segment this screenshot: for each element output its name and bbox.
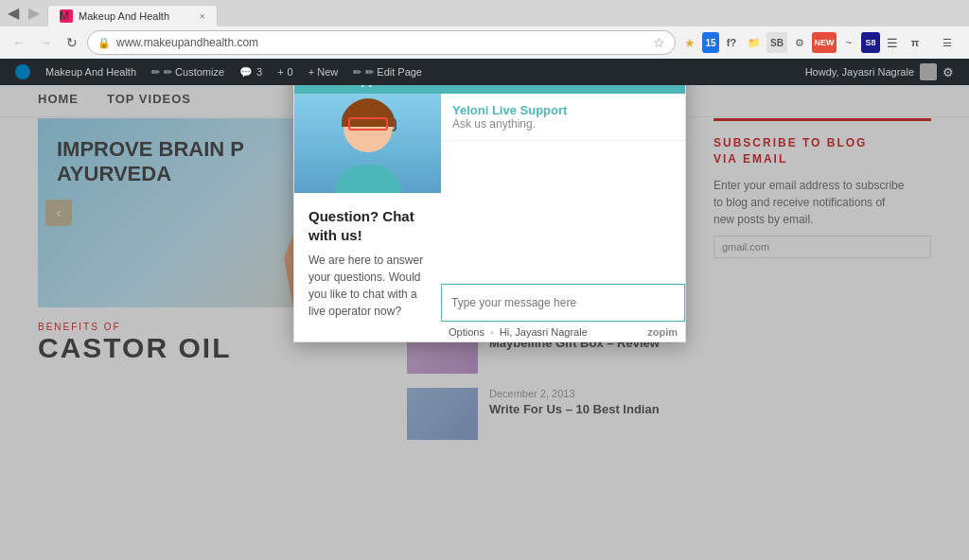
- wp-new[interactable]: + New: [301, 59, 346, 85]
- browser-nav-bar: ← → ↻ 🔒 www.makeupandhealth.com ☆ ★ 15 f…: [0, 26, 969, 59]
- hamburger-menu[interactable]: ☰: [937, 37, 958, 49]
- wp-customize[interactable]: ✏ ✏ Customize: [144, 59, 232, 85]
- chat-promo-text: We are here to answer your questions. Wo…: [308, 252, 427, 320]
- ext-btn-folder[interactable]: 📁: [744, 32, 765, 53]
- avatar-body: [335, 165, 401, 193]
- wp-new-count[interactable]: + 0: [270, 59, 301, 85]
- wp-logo-item[interactable]: [8, 59, 38, 85]
- chat-agent-info: Yeloni Live Support Ask us anything.: [441, 94, 685, 141]
- screen-options-icon[interactable]: ⚙: [943, 65, 954, 79]
- chat-agent-name: Yeloni Live Support: [452, 103, 674, 117]
- customize-icon: ✏: [151, 66, 160, 79]
- chat-body: Question? Chat with us! We are here to a…: [294, 94, 685, 341]
- chat-messages-area: [441, 141, 685, 283]
- tab-favicon: M: [60, 9, 73, 23]
- browser-extensions: ★ 15 f? 📁 SB ⚙ NEW ~ S8 ☰ π ☰: [679, 32, 961, 53]
- avatar-glasses: [348, 117, 388, 131]
- avatar-head: [340, 103, 396, 165]
- chat-promo-title: Question? Chat with us!: [308, 207, 427, 244]
- back-button[interactable]: ←: [8, 31, 30, 54]
- tab-close-button[interactable]: ×: [200, 10, 205, 22]
- chat-main: Yeloni Live Support Ask us anything. Opt…: [441, 94, 685, 341]
- tab-forward-btn[interactable]: ▶: [25, 4, 44, 22]
- address-bar[interactable]: 🔒 www.makeupandhealth.com ☆: [87, 30, 676, 55]
- ext-btn-counter[interactable]: 15: [702, 32, 719, 53]
- wp-logo-icon: [15, 64, 30, 79]
- chat-widget: Yeloni Support ⤢ −: [293, 64, 686, 342]
- ext-btn-new[interactable]: NEW: [812, 32, 837, 53]
- url-text: www.makeupandhealth.com: [116, 36, 647, 49]
- chat-greeting: Hi, Jayasri Nagrale: [500, 326, 588, 338]
- ext-btn-wave[interactable]: ~: [838, 32, 859, 53]
- tab-back-btn[interactable]: ◀: [4, 4, 23, 22]
- bookmark-star-icon[interactable]: ☆: [653, 35, 665, 50]
- ext-btn-s8[interactable]: S8: [861, 32, 880, 53]
- browser-chrome: ◀ ▶ M Makeup And Health × ← → ↻ 🔒 www.ma…: [0, 0, 969, 85]
- wp-admin-bar: Makeup And Health ✏ ✏ Customize 💬 3 + 0 …: [0, 59, 969, 85]
- chat-promo: Question? Chat with us! We are here to a…: [294, 193, 441, 329]
- chat-brand: zopim: [647, 326, 678, 338]
- wp-comments[interactable]: 💬 3: [232, 59, 270, 85]
- active-tab[interactable]: M Makeup And Health ×: [47, 5, 218, 26]
- chat-message-input[interactable]: [441, 284, 685, 322]
- chat-input-area: [441, 283, 685, 322]
- user-avatar: [920, 63, 937, 80]
- ext-btn-gear[interactable]: ⚙: [789, 32, 810, 53]
- security-icon: 🔒: [97, 37, 111, 49]
- reload-button[interactable]: ↻: [61, 31, 83, 54]
- forward-button[interactable]: →: [34, 31, 57, 54]
- howdy-text: Howdy, Jayasri Nagrale: [805, 66, 914, 78]
- ext-btn-sb[interactable]: SB: [766, 32, 787, 53]
- tab-title: Makeup And Health: [79, 10, 169, 22]
- wp-site-name[interactable]: Makeup And Health: [38, 59, 144, 85]
- avatar-face: [344, 103, 393, 152]
- chat-agent-status: Ask us anything.: [452, 117, 674, 131]
- chat-avatar-image: [294, 94, 441, 193]
- wp-howdy: Howdy, Jayasri Nagrale ⚙: [798, 63, 961, 80]
- wp-edit-page[interactable]: ✏ ✏ Edit Page: [345, 59, 430, 85]
- ext-btn-graph[interactable]: ☰: [882, 32, 903, 53]
- chat-footer: Options ▪ Hi, Jayasri Nagrale zopim: [441, 322, 685, 341]
- chat-options-link[interactable]: Options: [449, 326, 484, 338]
- browser-tabs-bar: ◀ ▶ M Makeup And Health ×: [0, 0, 969, 26]
- chat-options: Options ▪ Hi, Jayasri Nagrale: [449, 326, 588, 338]
- ext-btn-pi[interactable]: π: [905, 32, 925, 53]
- ext-btn-1[interactable]: ★: [679, 32, 700, 53]
- ext-btn-f[interactable]: f?: [721, 32, 742, 53]
- chat-avatar-section: Question? Chat with us! We are here to a…: [294, 94, 441, 341]
